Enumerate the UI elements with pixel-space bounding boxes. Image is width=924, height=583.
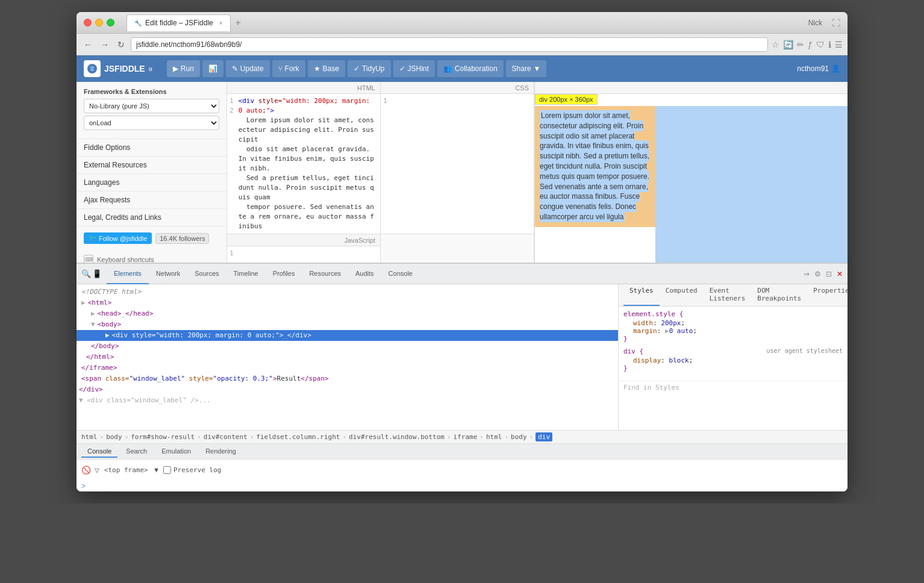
- breadcrumb-form[interactable]: form#show-result: [131, 433, 195, 441]
- dom-more[interactable]: ▼ <div class="window_label" />...: [76, 395, 618, 406]
- console-tab-console[interactable]: Console: [81, 446, 117, 458]
- mobile-icon[interactable]: 📱: [92, 269, 102, 278]
- new-tab-button[interactable]: +: [233, 17, 243, 28]
- breadcrumb-iframe-body[interactable]: body: [511, 433, 527, 441]
- tab-timeline[interactable]: Timeline: [226, 264, 266, 284]
- base-button[interactable]: ★ Base: [308, 60, 345, 77]
- js-code-content[interactable]: 1: [227, 246, 380, 263]
- preserve-log-input[interactable]: [163, 466, 171, 474]
- legal-credits-link[interactable]: Legal, Credits and Links: [76, 209, 226, 226]
- tab-profiles[interactable]: Profiles: [266, 264, 302, 284]
- chrome-ext-icon4[interactable]: 🛡: [816, 40, 825, 49]
- styles-tab-properties[interactable]: Properties: [807, 284, 848, 306]
- breadcrumb-div-content[interactable]: div#content: [204, 433, 248, 441]
- follow-button[interactable]: 🐦 Follow @jsfiddle: [84, 232, 152, 244]
- breadcrumb-body[interactable]: body: [106, 433, 122, 441]
- dom-html[interactable]: ▶<html>: [76, 298, 618, 308]
- css-panel-header: CSS: [381, 82, 534, 94]
- tab-sources[interactable]: Sources: [187, 264, 226, 284]
- html-code[interactable]: <div style="width: 200px; margin: 0 auto…: [239, 96, 378, 231]
- dom-div-selected[interactable]: ▶<div style="width: 200px; margin: 0 aut…: [76, 330, 618, 341]
- styles-tab-styles[interactable]: Styles: [623, 284, 660, 306]
- style-display[interactable]: display: block;: [633, 357, 843, 364]
- dom-body-close[interactable]: </body>: [76, 341, 618, 352]
- minimize-button[interactable]: [95, 19, 103, 26]
- css-code-content[interactable]: 1: [381, 94, 534, 234]
- jshint-button[interactable]: ✓ JSHint: [393, 60, 435, 77]
- fork-icon: ⑂: [278, 64, 283, 73]
- chrome-menu-icon[interactable]: ☰: [835, 40, 843, 49]
- console-filter-icon[interactable]: ▽: [95, 466, 99, 475]
- breadcrumb-div-active[interactable]: div: [535, 432, 552, 441]
- top-row: HTML 12 <div style="width: 200px; margin…: [227, 82, 534, 234]
- browser-window: 🔧 Edit fiddle – JSFiddle × + Nick ⛶ ← → …: [76, 12, 848, 491]
- collaboration-button[interactable]: 👥 Collaboration: [437, 60, 504, 77]
- title-bar-user: Nick: [808, 19, 822, 27]
- dom-body[interactable]: ▼<body>: [76, 319, 618, 330]
- onload-select[interactable]: onLoad: [84, 116, 219, 130]
- console-clear-icon[interactable]: 🚫: [81, 466, 91, 475]
- inspect-element-icon[interactable]: 🔍: [81, 269, 91, 278]
- dom-span-result[interactable]: <span class="window_label" style="opacit…: [76, 373, 618, 384]
- tab-audits[interactable]: Audits: [348, 264, 381, 284]
- languages-link[interactable]: Languages: [76, 174, 226, 192]
- find-in-styles[interactable]: Find in Styles: [619, 381, 848, 394]
- console-frame-select[interactable]: <top frame> ▼: [104, 466, 158, 474]
- devtools-close-icon[interactable]: ✕: [837, 270, 843, 278]
- logo-text: JSFIDDLE: [104, 64, 145, 73]
- chrome-ext-icon5[interactable]: ℹ: [828, 40, 831, 49]
- console-body: 🚫 ▽ <top frame> ▼ Preserve log: [76, 460, 848, 481]
- active-tab[interactable]: 🔧 Edit fiddle – JSFiddle ×: [126, 14, 231, 31]
- chrome-ext-icon3[interactable]: ƒ: [808, 40, 813, 49]
- tab-network[interactable]: Network: [149, 264, 187, 284]
- bookmark-icon[interactable]: ☆: [772, 40, 779, 49]
- tab-resources[interactable]: Resources: [302, 264, 348, 284]
- breadcrumb-iframe[interactable]: iframe: [454, 433, 478, 441]
- chrome-ext-icon1[interactable]: 🔄: [783, 40, 793, 49]
- maximize-button[interactable]: [107, 19, 114, 26]
- library-select[interactable]: No-Library (pure JS): [84, 99, 219, 113]
- tab-elements[interactable]: Elements: [107, 264, 149, 284]
- dom-html-close[interactable]: </html>: [76, 352, 618, 363]
- ajax-requests-link[interactable]: Ajax Requests: [76, 192, 226, 209]
- tab-console[interactable]: Console: [381, 264, 420, 284]
- forward-button[interactable]: →: [98, 39, 111, 51]
- style-margin[interactable]: margin: ▶0 auto;: [633, 327, 843, 335]
- run-button[interactable]: ▶ Run: [167, 60, 200, 77]
- console-tab-rendering[interactable]: Rendering: [199, 446, 242, 458]
- element-style-selector: element.style {: [623, 310, 843, 318]
- styles-tab-computed[interactable]: Computed: [660, 284, 704, 306]
- dom-iframe-close[interactable]: </iframe>: [76, 363, 618, 373]
- close-button[interactable]: [84, 19, 92, 26]
- external-resources-link[interactable]: External Resources: [76, 157, 226, 174]
- settings-icon[interactable]: ⚙: [814, 270, 821, 278]
- chrome-ext-icon2[interactable]: ✏: [797, 40, 804, 49]
- console-tab-emulation[interactable]: Emulation: [155, 446, 197, 458]
- url-input[interactable]: [131, 37, 768, 52]
- address-bar: ← → ↻ ☆ 🔄 ✏ ƒ 🛡 ℹ ☰: [76, 34, 848, 55]
- update-button[interactable]: ✎ Update: [226, 60, 270, 77]
- fiddle-options-link[interactable]: Fiddle Options: [76, 139, 226, 157]
- tab-close-button[interactable]: ×: [219, 20, 223, 26]
- dom-head[interactable]: ▶<head>_</head>: [76, 308, 618, 319]
- fullscreen-icon[interactable]: ⛶: [832, 18, 840, 28]
- dom-div-close[interactable]: </div>: [76, 384, 618, 395]
- console-tab-search[interactable]: Search: [120, 446, 153, 458]
- expand-icon[interactable]: ⇒: [804, 270, 810, 278]
- share-button[interactable]: Share ▼: [506, 60, 547, 77]
- breadcrumb-div-result[interactable]: div#result.window.bottom: [349, 433, 445, 441]
- styles-tab-dom-breakpoints[interactable]: DOM Breakpoints: [751, 284, 807, 306]
- html-code-content[interactable]: 12 <div style="width: 200px; margin: 0 a…: [227, 94, 380, 234]
- styles-tab-event[interactable]: Event Listeners: [704, 284, 752, 306]
- style-width[interactable]: width: 200px;: [633, 319, 843, 327]
- fork-button[interactable]: ⑂ Fork: [272, 60, 305, 77]
- breadcrumb-iframe-html[interactable]: html: [486, 433, 502, 441]
- breadcrumb-html[interactable]: html: [81, 433, 98, 441]
- breadcrumb-fieldset[interactable]: fieldset.column.right: [256, 433, 340, 441]
- tidyup-button[interactable]: ✓ TidyUp: [348, 60, 391, 77]
- stats-icon-button[interactable]: 📊: [202, 60, 223, 77]
- reload-button[interactable]: ↻: [115, 39, 127, 51]
- dock-icon[interactable]: ⊡: [826, 270, 832, 278]
- preserve-log-checkbox[interactable]: Preserve log: [163, 466, 221, 474]
- back-button[interactable]: ←: [81, 39, 95, 51]
